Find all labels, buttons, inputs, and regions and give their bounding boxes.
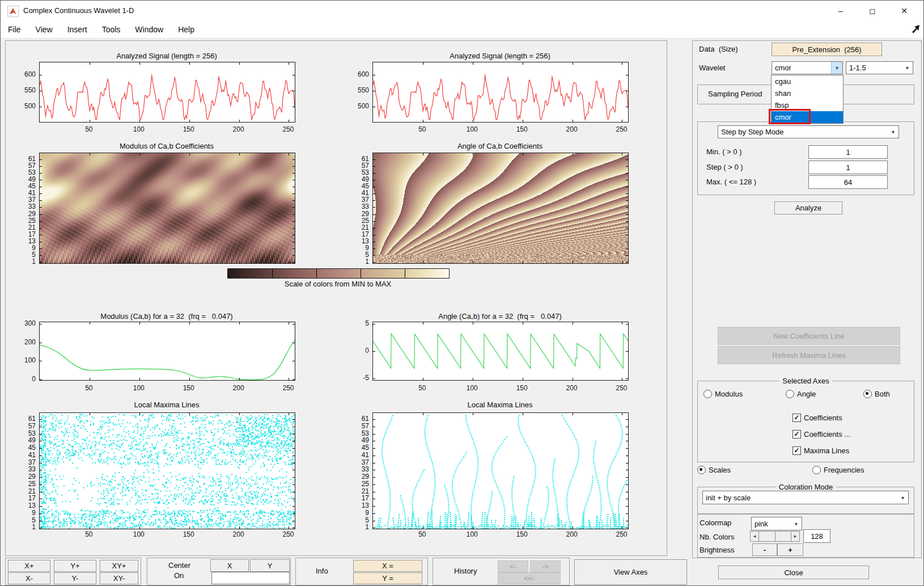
nb-colors-label: Nb. Colors [700,533,734,541]
slider-thumb2[interactable] [775,532,792,541]
mouse-cursor-icon [910,24,921,35]
radio-modulus[interactable] [703,390,712,398]
brightness-label: Brightness [700,546,734,554]
nb-colors-input[interactable]: 128 [803,529,830,543]
center-label: Center [168,561,190,570]
angle-coefficients-heatmap[interactable] [372,153,629,264]
view-axes-button[interactable]: View Axes [574,559,687,585]
analyzed-signal-plot-left[interactable] [39,62,295,123]
colorbar-caption: Scale of colors from MIN to MAX [227,280,448,288]
wavelet-family-dropdown[interactable]: cmor ▾ [772,61,843,74]
coloration-mode-dropdown[interactable]: init + by scale ▾ [702,491,909,504]
zoom-xy-plus-button[interactable]: XY+ [100,560,138,572]
radio-frequencies[interactable] [812,466,821,474]
wavelet-param-dropdown[interactable]: 1-1.5 ▾ [846,61,913,74]
colormap-dropdown[interactable]: pink ▾ [751,517,802,530]
min-label: Min. ( > 0 ) [706,147,742,156]
modulus-coefficients-heatmap[interactable] [39,153,295,264]
history-back-button[interactable]: <- [498,560,528,572]
wavelet-family-value: cmor [775,64,791,72]
radio-both[interactable] [863,390,872,398]
zoom-y-minus-button[interactable]: Y- [54,572,96,584]
app-window: Complex Continuous Wavelet 1-D – ◻ ✕ Fil… [0,0,924,586]
center-value-input[interactable] [211,572,290,584]
close-window-button[interactable]: ✕ [888,1,920,21]
menu-window[interactable]: Window [128,25,171,34]
checkbox-coefficients2[interactable] [792,430,801,439]
modulus-line-plot[interactable] [39,322,295,381]
maximize-button[interactable]: ◻ [857,1,888,21]
menu-tools[interactable]: Tools [95,25,128,34]
tick-label: 50 [410,125,435,133]
tick-label: 150 [510,530,535,538]
plot-title-maxima-left: Local Maxima Lines [39,400,294,409]
checkbox-coefficients-label: Coefficients [804,414,842,422]
chevron-down-icon[interactable]: ▾ [888,126,898,138]
tick-label: 200 [11,338,36,346]
tick-label: 1 [344,523,369,531]
colormap-label: Colormap [700,518,731,527]
tick-label: 500 [11,102,36,110]
center-x-button[interactable]: X [210,559,249,572]
tick-label: 100 [460,384,485,392]
angle-line-plot[interactable] [372,322,629,381]
mode-dropdown[interactable]: Step by Step Mode ▾ [718,125,899,138]
menu-help[interactable]: Help [171,25,202,34]
checkbox-coefficients[interactable] [792,414,801,422]
chevron-down-icon[interactable]: ▾ [902,62,913,74]
new-coefficients-line-button[interactable]: New Coefficients Line [718,327,900,345]
tick-label: 100 [126,530,151,538]
brightness-plus-button[interactable]: + [777,543,803,556]
tick-label: 150 [176,384,201,392]
min-input[interactable]: 1 [808,145,888,159]
tick-label: 100 [126,384,151,392]
minimize-button[interactable]: – [825,1,857,21]
analyzed-signal-plot-right[interactable] [372,62,629,123]
slider-right-arrow-icon[interactable]: ► [791,532,799,541]
slider-left-arrow-icon[interactable]: ◄ [751,532,759,541]
tick-label: 50 [410,384,435,392]
zoom-x-plus-button[interactable]: X+ [8,560,50,572]
wavelet-option-cgau[interactable]: cgau [772,75,843,87]
center-y-button[interactable]: Y [250,559,290,572]
refresh-maxima-lines-button[interactable]: Refresh Maxima Lines [718,346,900,364]
chevron-down-icon[interactable]: ▾ [831,62,842,74]
tick-label: -5 [344,374,369,382]
maxima-lines-plot-left[interactable] [39,412,295,529]
tick-label: 300 [11,319,36,327]
analyze-button[interactable]: Analyze [774,201,842,214]
chevron-down-icon[interactable]: ▾ [791,517,802,530]
radio-scales[interactable] [697,466,706,474]
tick-label: 200 [560,530,584,538]
tick-label: 250 [609,530,634,538]
tick-label: 1 [11,523,36,531]
slider-thumb[interactable] [759,532,775,541]
annotation-highlight-box [769,109,811,124]
tick-label: 150 [510,125,535,133]
chevron-down-icon[interactable]: ▾ [897,491,908,504]
zoom-x-minus-button[interactable]: X- [8,572,50,584]
history-forward-button[interactable]: -> [530,560,561,572]
zoom-y-plus-button[interactable]: Y+ [54,560,96,572]
wavelet-option-shan[interactable]: shan [772,87,843,99]
tick-label: 1 [344,258,369,265]
close-button[interactable]: Close [718,566,869,579]
maxima-lines-plot-right[interactable] [372,412,629,529]
step-input[interactable]: 1 [808,161,888,174]
tick-label: 250 [275,125,300,133]
plot-title-signal-left: Analyzed Signal (length = 256) [39,52,294,60]
menu-view[interactable]: View [28,25,60,34]
data-name-button[interactable]: Pre_Extension (256) [772,43,882,56]
tick-label: 100 [11,356,36,364]
zoom-xy-minus-button[interactable]: XY- [100,572,138,584]
brightness-minus-button[interactable]: - [752,543,777,556]
menu-file[interactable]: File [1,25,28,34]
tick-label: 150 [176,125,201,133]
plot-title-modulus-heat: Modulus of Ca,b Coefficients [39,142,294,150]
checkbox-maxima-lines[interactable] [792,446,801,455]
nb-colors-slider[interactable]: ◄ ► [750,531,800,542]
radio-angle[interactable] [786,390,794,398]
max-input[interactable]: 64 [808,175,888,189]
history-back-all-button[interactable]: <<- [498,572,561,584]
menu-insert[interactable]: Insert [60,25,95,34]
